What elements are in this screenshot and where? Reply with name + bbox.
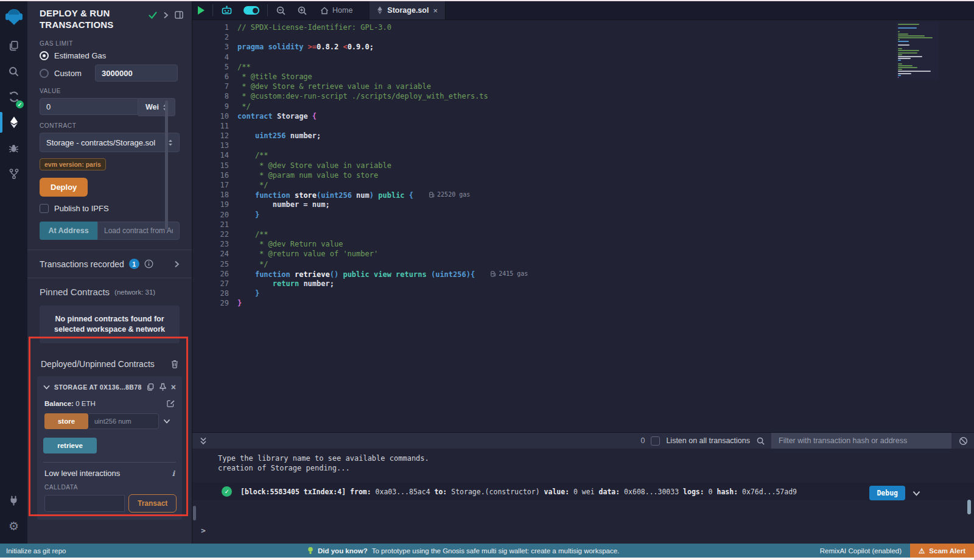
- ai-copilot-icon[interactable]: [215, 1, 238, 19]
- home-tab[interactable]: Home: [313, 1, 360, 19]
- zoom-out-button[interactable]: [270, 1, 292, 19]
- expand-chevron-down-icon[interactable]: [163, 419, 170, 424]
- panel-title: DEPLOY & RUN TRANSACTIONS: [40, 7, 131, 30]
- deploy-run-icon[interactable]: [0, 110, 27, 135]
- no-pinned-contracts-message: No pinned contracts found for selected w…: [40, 306, 180, 343]
- divider: [267, 4, 268, 16]
- transaction-filter-input[interactable]: [771, 433, 951, 449]
- transactions-recorded-label: Transactions recorded: [40, 259, 124, 269]
- code-line: 5/**: [192, 62, 974, 72]
- zoom-in-button[interactable]: [292, 1, 313, 19]
- terminal-left-scrollbar[interactable]: [193, 506, 196, 520]
- divider: [43, 462, 176, 463]
- retrieve-function-button[interactable]: retrieve: [43, 438, 97, 453]
- edit-icon[interactable]: [167, 399, 175, 407]
- code-line: 24 * @return value of 'number': [192, 249, 974, 259]
- custom-gas-radio[interactable]: [40, 69, 49, 78]
- tx-summary-text: [block:5583405 txIndex:4] from: 0xa03...…: [240, 488, 797, 496]
- calldata-input[interactable]: [44, 495, 125, 512]
- transactions-count-badge: 1: [129, 259, 139, 269]
- code-line: 17 */: [192, 180, 974, 190]
- code-line: 6 * @title Storage: [192, 72, 974, 82]
- solidity-compiler-icon[interactable]: ✓: [0, 84, 27, 110]
- info-icon[interactable]: [144, 259, 153, 268]
- collapse-terminal-icon[interactable]: [200, 437, 207, 445]
- transact-button[interactable]: Transact: [128, 494, 177, 513]
- estimated-gas-option[interactable]: Estimated Gas: [40, 51, 180, 60]
- tab-storage-sol[interactable]: Storage.sol ×: [370, 1, 446, 19]
- at-address-button[interactable]: At Address: [40, 222, 97, 240]
- git-icon[interactable]: [0, 161, 27, 186]
- panel-scrollbar[interactable]: [165, 100, 168, 229]
- plugin-manager-icon[interactable]: [0, 488, 27, 513]
- estimated-gas-radio[interactable]: [40, 51, 49, 60]
- panel-chevron-right-icon[interactable]: [163, 12, 169, 19]
- deploy-run-panel: DEPLOY & RUN TRANSACTIONS GAS LIMIT Esti…: [27, 1, 192, 544]
- publish-ipfs-checkbox[interactable]: [40, 204, 49, 213]
- copilot-toggle[interactable]: [238, 1, 265, 19]
- search-icon: [756, 436, 765, 446]
- chevron-down-icon[interactable]: [43, 385, 50, 390]
- estimated-gas-label: Estimated Gas: [54, 51, 106, 60]
- editor-minimap[interactable]: [896, 22, 939, 80]
- did-you-know-label: Did you know?: [318, 547, 368, 555]
- code-line: 7 * @dev Store & retrieve value in a var…: [192, 82, 974, 91]
- transactions-recorded-row[interactable]: Transactions recorded 1: [27, 250, 192, 278]
- info-icon[interactable]: i: [172, 469, 175, 478]
- terminal-body[interactable]: Type the library name to see available c…: [192, 449, 974, 544]
- calldata-label: CALLDATA: [44, 484, 175, 491]
- contract-selected-value: Storage - contracts/Storage.sol: [46, 138, 155, 147]
- code-line: 1// SPDX-License-Identifier: GPL-3.0: [192, 23, 974, 32]
- code-line: 10contract Storage {: [192, 111, 974, 121]
- tab-close-icon[interactable]: ×: [433, 6, 438, 15]
- store-param-input[interactable]: [88, 413, 159, 429]
- deployed-contracts-title: Deployed/Unpinned Contracts: [41, 359, 155, 369]
- deployed-contract-card: STORAGE AT 0X136...8B78 × Balance: 0 ETH…: [37, 376, 182, 520]
- contract-select[interactable]: Storage - contracts/Storage.sol: [40, 133, 180, 152]
- deploy-button[interactable]: Deploy: [40, 178, 88, 197]
- settings-gear-icon[interactable]: ⚙: [0, 513, 27, 539]
- transaction-log-row[interactable]: ✓ [block:5583405 txIndex:4] from: 0xa03.…: [192, 483, 974, 500]
- publish-ipfs-option[interactable]: Publish to IPFS: [40, 204, 180, 213]
- code-line: 15 * @dev Store value in variable: [192, 161, 974, 170]
- clear-console-icon[interactable]: [959, 436, 968, 446]
- custom-gas-input[interactable]: [95, 65, 178, 82]
- close-icon[interactable]: ×: [171, 382, 176, 392]
- custom-gas-option[interactable]: Custom: [40, 65, 180, 82]
- evm-version-badge: evm version: paris: [40, 158, 106, 170]
- pin-icon[interactable]: [159, 383, 167, 391]
- code-editor[interactable]: 1// SPDX-License-Identifier: GPL-3.023pr…: [192, 20, 974, 432]
- run-script-button[interactable]: [192, 1, 210, 19]
- copy-icon[interactable]: [146, 383, 155, 391]
- scam-alert-button[interactable]: ⚠ Scam Alert: [910, 544, 974, 558]
- pending-tx-count: 0: [640, 436, 645, 445]
- code-line: 29}: [192, 298, 974, 308]
- warning-icon: ⚠: [919, 547, 925, 555]
- value-unit-label: Wei: [145, 103, 159, 111]
- debug-button[interactable]: Debug: [869, 486, 905, 500]
- terminal-prompt[interactable]: >: [201, 526, 206, 535]
- panel-layout-icon[interactable]: [175, 11, 183, 19]
- value-unit-select[interactable]: Wei: [138, 98, 175, 116]
- debugger-icon[interactable]: [0, 135, 27, 161]
- code-line: 11: [192, 121, 974, 131]
- terminal-scrollbar[interactable]: [967, 500, 971, 514]
- value-input[interactable]: [40, 98, 138, 115]
- main-area: Home Storage.sol × 1// SPDX-License-Iden…: [192, 1, 974, 544]
- store-function-button[interactable]: store: [44, 413, 88, 429]
- tab-label: Storage.sol: [387, 6, 429, 15]
- listen-all-checkbox[interactable]: [651, 436, 660, 446]
- rail-bottom-group: ⚙: [0, 488, 27, 539]
- code-line: 9 */: [192, 102, 974, 111]
- home-label: Home: [332, 6, 352, 15]
- remix-logo-icon[interactable]: [0, 1, 27, 33]
- chevron-right-icon[interactable]: [174, 261, 180, 268]
- active-plugin-indicator: [0, 112, 2, 133]
- expand-tx-chevron-icon[interactable]: [913, 491, 920, 496]
- copilot-status[interactable]: RemixAI Copilot (enabled): [820, 547, 902, 555]
- trash-icon[interactable]: [171, 360, 178, 368]
- code-line: 22 /**: [192, 229, 974, 239]
- file-explorer-icon[interactable]: [0, 33, 27, 58]
- search-icon[interactable]: [0, 58, 27, 84]
- git-init-status[interactable]: Initialize as git repo: [6, 547, 66, 555]
